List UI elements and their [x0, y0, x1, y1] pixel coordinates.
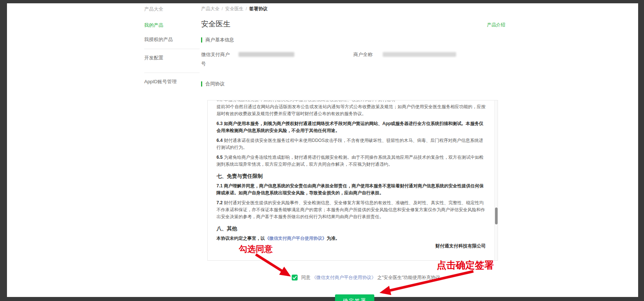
confirm-sign-button[interactable]: 确定签署 [335, 294, 374, 301]
breadcrumb-item[interactable]: 安全医生 [225, 6, 243, 11]
section-accent-bar [201, 37, 202, 43]
sidebar-item-dev-config[interactable]: 开发配置 [144, 55, 163, 61]
page-title: 安全医生 [201, 19, 230, 29]
agree-label: 同意 《微信支付商户平台使用协议》 之"安全医生"功能使用补充协议 [301, 275, 440, 281]
annotation-click-hint: 点击确定签署 [437, 259, 494, 272]
sidebar-item-appid-account[interactable]: AppID账号管理 [144, 78, 177, 85]
merchant-name-value-redacted [383, 52, 456, 57]
merchant-id-value-redacted [239, 52, 294, 57]
breadcrumb-separator: / [222, 6, 223, 11]
sidebar-divider [144, 73, 200, 73]
section-title: 合同协议 [205, 81, 225, 87]
sidebar-item-authorized-products[interactable]: 我授权的产品 [144, 36, 173, 43]
annotation-check-hint: 勾选同意 [239, 243, 273, 255]
breadcrumb-item: 签署协议 [249, 6, 268, 11]
contract-partial-line-clipped: 6.2 本服务现阶段免费，如财付通决定对本服务收费或调整收费标准、收费方式的，财… [217, 100, 486, 103]
sidebar-item-my-products[interactable]: 我的产品 [144, 22, 163, 29]
breadcrumb-separator: / [245, 6, 247, 11]
contract-clause: 6.5 为避免给商户业务连续性造成影响，财付通将进行低频安全检测。由于不同操作系… [217, 154, 486, 168]
section-merchant-basic-info: 商户基本信息 [201, 37, 234, 43]
agreement-scroll-box[interactable]: 6.2 本服务现阶段免费，如财付通决定对本服务收费或调整收费标准、收费方式的，财… [207, 100, 498, 261]
platform-agreement-link[interactable]: 《微信支付商户平台使用协议》 [265, 236, 327, 241]
contract-clause: 提前30个自然日通过在网站内合适版面发布公告或发送站内通知等方式公布收费政策及规… [217, 103, 486, 117]
sidebar-divider [144, 49, 200, 49]
breadcrumb-item[interactable]: 产品大全 [201, 6, 219, 11]
breadcrumb: 产品大全/安全医生/签署协议 [201, 6, 268, 12]
section-contract: 合同协议 [201, 81, 225, 87]
merchant-name-label: 商户全称 [353, 50, 372, 59]
agreement-text: 6.2 本服务现阶段免费，如财付通决定对本服务收费或调整收费标准、收费方式的，财… [217, 100, 486, 242]
platform-agreement-link[interactable]: 《微信支付商户平台使用协议》 [312, 275, 376, 280]
contract-clause: 7.1 商户理解并同意，商户信息系统的安全责任由商户承担全部责任，商户使用本服务… [217, 183, 486, 197]
sidebar-item-product-catalog[interactable]: 产品大全 [144, 6, 163, 12]
check-icon [292, 276, 297, 279]
contract-section-heading: 八、其他 [217, 225, 486, 232]
agree-checkbox[interactable] [292, 275, 298, 280]
agree-suffix: 之"安全医生"功能使用补充协议 [376, 275, 440, 280]
contract-clause: 6.4 财付通承诺在提供安全医生服务过程中未使用DDOS攻击手段，不含有使用破坏… [217, 137, 486, 151]
merchant-id-label: 微信支付商户号 [201, 50, 230, 68]
section-title: 商户基本信息 [205, 37, 234, 43]
contract-clause: 6.3 如商户使用本服务，则视为商户授权财付通通过网络技术手段对商户营运的网站、… [217, 120, 486, 134]
contract-clause: 7.2 财付通对安全医生提供的安全风险事件、安全检测信息、安全修复方案等信息的有… [217, 199, 486, 220]
product-intro-link[interactable]: 产品介绍 [487, 22, 505, 28]
contract-note: 本协议未约定之事宜，以《微信支付商户平台使用协议》为准。 [217, 235, 486, 242]
agree-prefix: 同意 [301, 275, 312, 280]
section-accent-bar [201, 81, 202, 87]
scrollbar[interactable] [494, 100, 498, 260]
contract-section-heading: 七、免责与责任限制 [217, 173, 486, 180]
sidebar: 产品大全我的产品我授权的产品开发配置AppID账号管理 [144, 6, 200, 101]
scrollbar-thumb[interactable] [495, 208, 498, 224]
